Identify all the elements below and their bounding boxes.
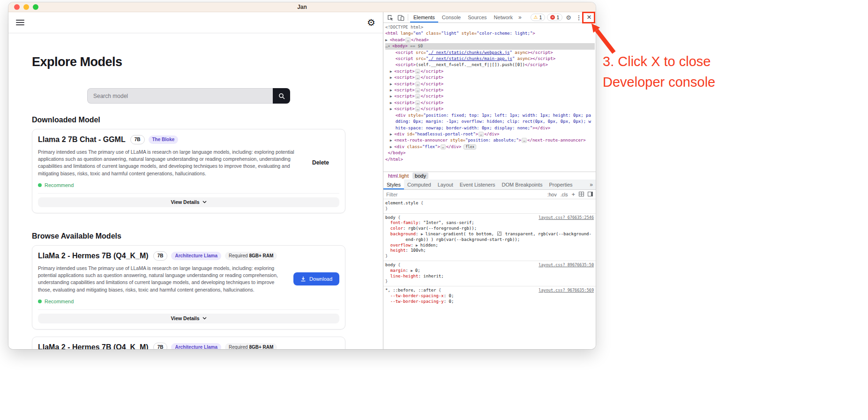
code-line[interactable]: …▾ <body> == $0 [385,43,595,49]
window-body: ⚙ Explore Models Downloaded Model Llama … [8,12,596,349]
code-line[interactable]: ▶ <script>…</script> [385,81,595,87]
more-tabs-icon[interactable]: » [516,12,524,22]
recommend-dot-icon [38,183,42,187]
code-line[interactable]: } [385,206,594,212]
tab-console[interactable]: Console [439,12,464,22]
tab-dom-breakpoints[interactable]: DOM Breakpoints [499,180,546,189]
menu-icon[interactable] [16,20,24,25]
code-line[interactable]: ▶ <div class="flex">…</div>flex [385,144,595,150]
code-line[interactable]: </body> [385,150,595,156]
code-line[interactable]: end-rgb)) ) rgb(var(--background-start-r… [385,237,594,243]
device-toolbar-icon[interactable] [396,12,406,22]
tab-properties[interactable]: Properties [546,180,576,189]
toggle-element-state-button[interactable]: :hov [547,192,557,197]
tab-computed[interactable]: Computed [404,180,434,189]
styles-filter-bar: :hov .cls + [383,190,596,199]
delete-button[interactable]: Delete [312,159,329,166]
breadcrumb-body[interactable]: body [412,172,428,179]
code-line[interactable]: height: 100vh; [385,248,594,254]
model-size-badge: 7B [153,251,168,261]
code-line[interactable]: ▶ <script>…</script> [385,93,595,99]
code-line[interactable]: overflow: ▶ hidden; [385,243,594,248]
tab-elements[interactable]: Elements [410,12,438,22]
code-line[interactable]: element.style { [385,201,594,206]
download-label: Download [309,276,332,282]
code-line[interactable]: <html lang="en" class="light" style="col… [385,30,595,37]
code-line[interactable]: } [385,254,594,259]
code-line[interactable]: background: ▶ linear-gradient( to bottom… [385,232,594,237]
error-count: 1 [556,15,559,20]
code-line[interactable]: layout.css?_676635:2546body { [385,215,594,221]
code-line[interactable]: dding: 0px; margin: -1px; overflow: hidd… [385,119,595,125]
section-title-browse: Browse Available Models [32,232,369,240]
code-line[interactable]: <!DOCTYPE html> [385,24,595,30]
tab-network[interactable]: Network [491,12,516,22]
search-icon [278,93,285,99]
model-card-header: LlaMa 2 - Hermes 7B (Q4_K_M) 7B Architec… [38,251,339,261]
download-button[interactable]: Download [293,272,339,285]
search-button[interactable] [273,88,290,104]
code-line[interactable]: layout.css?_89676635:50body { [385,262,594,268]
tab-event-listeners[interactable]: Event Listeners [456,180,499,189]
code-line[interactable]: --tw-border-spacing-x: 0; [385,293,594,299]
code-line[interactable]: <script src="./_next/static/chunks/main-… [385,56,595,62]
code-line[interactable]: } [385,279,594,285]
code-line[interactable]: color: rgb(var(--foreground-rgb)); [385,226,594,232]
code-line[interactable] [383,286,596,286]
jan-app-window: Jan ⚙ Explore Models Downloa [8,2,596,349]
inspect-element-icon[interactable] [385,12,395,22]
model-name: Llama 2 7B Chat - GGML [38,135,126,144]
breadcrumb-html[interactable]: html.light [386,172,411,179]
code-line[interactable]: hite-space: nowrap; border-width: 0px; d… [385,125,595,131]
app-content: Explore Models Downloaded Model Llama 2 … [8,33,383,349]
code-line[interactable] [383,213,596,214]
code-line[interactable]: ▶ <script>…</script> [385,100,595,106]
code-line[interactable]: ▶ <next-route-announcer style="position:… [385,137,595,143]
computed-sidebar-icon[interactable] [579,192,584,197]
code-line[interactable]: --tw-border-spacing-y: 0; [385,299,594,305]
code-line[interactable]: margin: ▶ 0; [385,268,594,274]
issue-badges: ⚠ 1 × 1 [531,14,563,21]
styles-filter-input[interactable] [386,192,547,197]
panel-layout-icon[interactable] [588,192,593,197]
app-header: ⚙ [8,12,383,33]
code-line[interactable]: <div style="position: fixed; top: 1px; l… [385,112,595,119]
model-name: LlaMa 2 - Hermes 7B (Q4_K_M) [38,252,149,260]
devtools-panel: Elements Console Sources Network » ⚠ 1 ×… [383,12,596,349]
code-line[interactable]: ▶ <script>…</script> [385,106,595,112]
code-line[interactable]: ▶ <script>…</script> [385,87,595,93]
view-details-label: View Details [171,199,199,205]
code-line[interactable]: ▶ <head>…</head> [385,37,595,43]
code-line[interactable]: <script>(self.__next_f=self.__next_f||[]… [385,62,595,68]
tab-layout[interactable]: Layout [434,180,456,189]
more-sidebar-tabs-icon[interactable]: » [587,180,596,189]
warning-count-badge[interactable]: ⚠ 1 [531,14,546,21]
model-card-header: Llama 2 7B Chat - GGML 7B The Bloke [38,135,339,144]
recommend-status: Recommend [38,299,339,304]
code-line[interactable]: font-family: "Inter", sans-serif; [385,220,594,226]
element-classes-button[interactable]: .cls [561,192,568,197]
search-input[interactable] [87,88,273,104]
tab-sources[interactable]: Sources [464,12,490,22]
code-line[interactable] [383,261,596,261]
code-line[interactable]: ▶ <div id="headlessui-portal-root">…</di… [385,131,595,137]
recommend-status: Recommend [38,182,339,188]
section-title-downloaded: Downloaded Model [32,116,369,124]
code-line[interactable]: ▶ <script>…</script> [385,68,595,75]
model-author-badge: The Bloke [149,135,179,144]
devtools-settings-gear-icon[interactable]: ⚙ [563,14,574,21]
code-line[interactable]: line-height: inherit; [385,274,594,279]
view-details-button[interactable]: View Details [38,197,339,207]
tab-styles[interactable]: Styles [383,180,404,189]
error-count-badge[interactable]: × 1 [547,14,562,21]
model-card-body: Primary intended uses The primary use of… [38,149,339,177]
model-card-header: LlaMa 2 - Hermes 7B (Q4_K_M) 7B Architec… [38,343,339,349]
new-style-rule-button[interactable]: + [571,191,575,198]
code-line[interactable]: </html> [385,157,595,163]
code-line[interactable]: layout.css?_9676635:569*, ::before, ::af… [385,288,594,293]
code-line[interactable]: ▶ <script>…</script> [385,75,595,81]
view-details-button[interactable]: View Details [38,314,339,323]
code-line[interactable]: <script src="./_next/static/chunks/webpa… [385,50,595,56]
settings-gear-icon[interactable]: ⚙ [367,18,375,27]
model-description: Primary intended uses The primary use of… [38,149,295,177]
